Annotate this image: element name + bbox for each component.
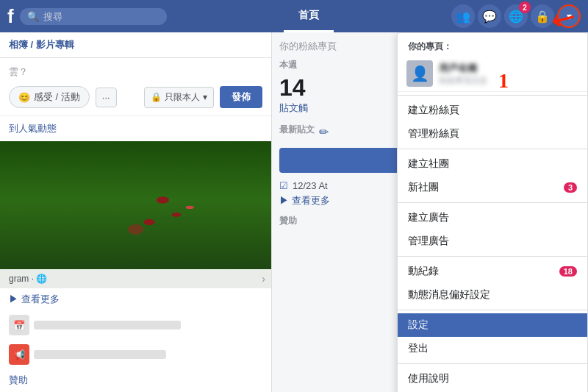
dropdown-menu: 你的專頁： 👤 用戶名稱 粉絲專頁訊息 建立粉絲頁 管理粉絲頁 建立社團 bbox=[397, 32, 588, 392]
dropdown-item-label: 動紀錄 bbox=[408, 265, 439, 278]
search-input[interactable] bbox=[43, 11, 146, 22]
expand-arrow-icon[interactable]: › bbox=[262, 273, 265, 285]
latest-label: 最新貼文 bbox=[279, 124, 315, 136]
post-button[interactable]: 發佈 bbox=[220, 86, 262, 108]
promo-placeholder bbox=[34, 350, 166, 359]
popular-link[interactable]: 到人氣動態 bbox=[0, 116, 271, 141]
dropdown-item-new-group[interactable]: 新社團 3 bbox=[398, 176, 587, 199]
dropdown-item-label: 建立社團 bbox=[408, 157, 449, 171]
avatar-placeholder: 👤 bbox=[411, 65, 429, 82]
dropdown-section-title: 你的專頁： bbox=[398, 33, 587, 56]
event-placeholder bbox=[34, 321, 181, 329]
user-info: 用戶名稱 粉絲專頁訊息 bbox=[439, 62, 578, 86]
right-panel: 你的粉絲專頁 本週 14 貼文觸 最新貼文 ✏ 加強推廣 ☑ 12/23 At … bbox=[272, 32, 588, 392]
dropdown-item-label: 新社團 bbox=[408, 181, 439, 194]
instagram-caption: gram · 🌐 › bbox=[0, 269, 271, 288]
dropdown-item-label: 動態消息偏好設定 bbox=[408, 288, 490, 302]
chevron-down-icon: ▾ bbox=[567, 10, 572, 22]
lock-icon-btn[interactable]: 🔒 bbox=[531, 4, 554, 28]
post-date: 12/23 At bbox=[293, 180, 328, 191]
new-group-badge: 3 bbox=[564, 182, 577, 193]
see-more-text: 查看更多 bbox=[21, 293, 60, 304]
dropdown-item-create-group[interactable]: 建立社團 bbox=[398, 152, 587, 176]
dropdown-item-label: 設定 bbox=[408, 318, 429, 332]
notifications-icon-btn[interactable]: 🌐 2 bbox=[504, 4, 528, 28]
feeling-button[interactable]: 😊 感受 / 活動 bbox=[9, 86, 90, 108]
dropdown-item-label: 建立粉絲頁 bbox=[408, 104, 459, 117]
dropdown-item-news-pref[interactable]: 動態消息偏好設定 bbox=[398, 283, 587, 307]
home-nav[interactable]: 首頁 bbox=[284, 0, 334, 32]
search-icon: 🔍 bbox=[27, 11, 39, 22]
user-avatar: 👤 bbox=[406, 60, 433, 87]
dropdown-item-create-page[interactable]: 建立粉絲頁 bbox=[398, 99, 587, 122]
dropdown-user-item[interactable]: 👤 用戶名稱 粉絲專頁訊息 bbox=[398, 56, 587, 92]
dropdown-item-settings[interactable]: 設定 bbox=[398, 313, 587, 337]
topnav-left: f 🔍 bbox=[7, 7, 167, 26]
breadcrumb: 相簿 / 影片專輯 bbox=[0, 32, 271, 58]
photo-area: gram · 🌐 › bbox=[0, 141, 271, 288]
dropdown-item-help[interactable]: 使用說明 bbox=[398, 367, 587, 391]
dropdown-item-label: 登出 bbox=[408, 342, 429, 355]
user-sub: 粉絲專頁訊息 bbox=[439, 75, 578, 86]
smiley-icon: 😊 bbox=[18, 92, 30, 103]
privacy-label: 只限本人 bbox=[165, 91, 200, 104]
main-content: 相簿 / 影片專輯 雲？ 😊 感受 / 活動 ··· 🔒 只限本人 ▾ 發佈 到… bbox=[0, 32, 588, 392]
dropdown-arrow-btn[interactable]: ▾ bbox=[557, 4, 581, 28]
dropdown-item-label: 建立廣告 bbox=[408, 211, 449, 224]
user-name: 用戶名稱 bbox=[439, 62, 578, 75]
topnav-right: 👥 💬 🌐 2 🔒 ▾ bbox=[451, 4, 581, 28]
dropdown-item-create-ad[interactable]: 建立廣告 bbox=[398, 206, 587, 229]
messenger-icon-btn[interactable]: 💬 bbox=[478, 4, 501, 28]
lock-icon: 🔒 bbox=[535, 10, 550, 24]
dropdown-item-activity[interactable]: 動紀錄 18 bbox=[398, 260, 587, 283]
chevron-privacy-icon: ▾ bbox=[203, 92, 207, 102]
triangle-right-icon: ▶ bbox=[279, 195, 289, 206]
compose-actions: 😊 感受 / 活動 ··· 🔒 只限本人 ▾ 發佈 bbox=[9, 86, 262, 108]
see-more-right-text: 查看更多 bbox=[292, 195, 330, 206]
more-button[interactable]: ··· bbox=[96, 88, 117, 107]
dropdown-separator-1 bbox=[398, 95, 587, 96]
dropdown-separator-4 bbox=[398, 256, 587, 257]
left-panel: 相簿 / 影片專輯 雲？ 😊 感受 / 活動 ··· 🔒 只限本人 ▾ 發佈 到… bbox=[0, 32, 272, 392]
friends-icon-btn[interactable]: 👥 bbox=[451, 4, 475, 28]
activity-badge: 18 bbox=[559, 266, 577, 277]
instagram-text: gram · 🌐 bbox=[9, 274, 47, 284]
dropdown-separator-3 bbox=[398, 202, 587, 203]
compose-question: 雲？ bbox=[9, 65, 262, 79]
compose-area: 雲？ 😊 感受 / 活動 ··· 🔒 只限本人 ▾ 發佈 bbox=[0, 58, 271, 116]
calendar-icon: 📅 bbox=[9, 315, 29, 335]
privacy-select[interactable]: 🔒 只限本人 ▾ bbox=[144, 87, 214, 108]
friends-icon: 👥 bbox=[456, 10, 470, 24]
dropdown-separator-5 bbox=[398, 310, 587, 310]
feeling-label: 感受 / 活動 bbox=[34, 90, 80, 104]
checkbox-icon: ☑ bbox=[279, 180, 288, 191]
dropdown-item-label: 管理廣告 bbox=[408, 235, 449, 248]
facebook-logo: f bbox=[7, 7, 14, 26]
notifications-badge: 2 bbox=[519, 1, 531, 13]
dropdown-item-label: 管理粉絲頁 bbox=[408, 127, 459, 140]
help-section-label: 贊助 bbox=[0, 369, 271, 391]
lock-small-icon: 🔒 bbox=[151, 92, 162, 102]
triangle-icon: ▶ bbox=[9, 293, 18, 304]
search-box[interactable]: 🔍 bbox=[20, 8, 167, 25]
edit-icon[interactable]: ✏ bbox=[319, 125, 329, 139]
dropdown-item-manage-ad[interactable]: 管理廣告 bbox=[398, 229, 587, 253]
dropdown-item-manage-page[interactable]: 管理粉絲頁 bbox=[398, 122, 587, 146]
promo-icon: 📢 bbox=[9, 344, 29, 365]
see-more-link[interactable]: ▶ 查看更多 bbox=[0, 288, 271, 310]
photo-image bbox=[0, 141, 271, 288]
dropdown-separator-2 bbox=[398, 149, 587, 149]
dropdown-item-logout[interactable]: 登出 bbox=[398, 337, 587, 360]
topnav-center: 首頁 bbox=[167, 0, 451, 32]
dropdown-item-label: 使用說明 bbox=[408, 372, 449, 385]
topnav: f 🔍 首頁 👥 💬 🌐 2 🔒 ▾ ↖ bbox=[0, 0, 588, 32]
dropdown-separator-6 bbox=[398, 363, 587, 364]
messenger-icon: 💬 bbox=[482, 10, 497, 24]
